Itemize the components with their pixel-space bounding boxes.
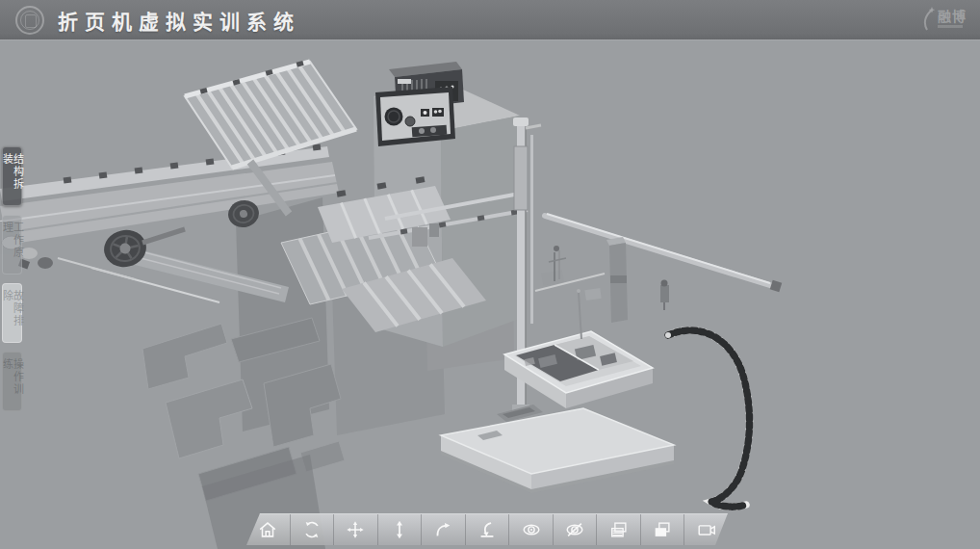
rotate-view-button[interactable] [290, 514, 334, 545]
control-panel-lower[interactable] [375, 87, 455, 146]
sidebar-tab-working-principle[interactable]: 工作原理 [2, 215, 22, 274]
hide-part-button[interactable] [553, 514, 597, 545]
orbit-arrow-button[interactable] [421, 514, 465, 545]
wireframe-view-icon [608, 519, 630, 540]
brand-name: 融博 [938, 11, 967, 23]
brand-subtext [938, 25, 963, 28]
swing-arrow-icon [477, 519, 498, 540]
pan-button[interactable] [333, 514, 377, 545]
sidebar-tab-troubleshooting[interactable]: 故障排除 [2, 283, 22, 343]
camera-icon [696, 519, 717, 540]
sidebar-tab-operation-training[interactable]: 操作训练 [2, 352, 22, 411]
move-vertical-icon [389, 519, 410, 540]
orbit-arrow-icon [432, 519, 453, 540]
brand-logo: 融博 [918, 6, 967, 33]
hide-eye-icon [564, 519, 585, 540]
app-title: 折页机虚拟实训系统 [58, 6, 300, 35]
show-part-button[interactable] [508, 514, 553, 545]
brand-swoosh-icon [918, 6, 938, 33]
sidebar-tab-structure-disassembly[interactable]: 结构拆装 [2, 146, 22, 206]
rotate-view-icon [301, 519, 322, 540]
solid-view-button[interactable] [640, 514, 684, 545]
3d-viewport[interactable] [0, 0, 980, 549]
swing-arrow-button[interactable] [465, 514, 509, 545]
folding-machine-training-app: 折页机虚拟实训系统 融博 结构拆装 工作原理 故障排除 操作训练 [0, 0, 980, 549]
app-emblem-icon [15, 6, 44, 35]
home-icon [257, 519, 278, 540]
view-toolbar [246, 513, 728, 545]
move-vertical-button[interactable] [377, 514, 422, 545]
show-eye-icon [521, 519, 542, 540]
wireframe-view-button[interactable] [596, 514, 640, 545]
pan-icon [345, 519, 366, 540]
title-bar: 折页机虚拟实训系统 融博 [0, 0, 980, 40]
solid-view-icon [652, 519, 673, 540]
